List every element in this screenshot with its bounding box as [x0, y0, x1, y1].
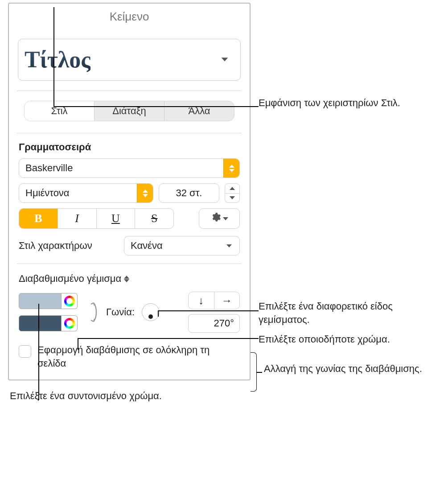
callout-coord-color: Επιλέξτε ένα συντονισμένο χρώμα. — [10, 389, 267, 403]
direction-down-button[interactable]: ↓ — [189, 292, 214, 309]
angle-dial[interactable] — [142, 303, 160, 321]
bold-button[interactable]: B — [19, 209, 58, 228]
character-style-select[interactable]: Κανένα — [124, 236, 240, 256]
updown-icon — [124, 276, 129, 282]
font-weight-value: Ημιέντονα — [19, 184, 137, 202]
apply-gradient-label: Εφαρμογή διαβάθμισης σε ολόκληρη τη σελί… — [37, 343, 240, 370]
angle-label: Γωνία: — [106, 306, 135, 318]
callout-style-tab: Εμφάνιση των χειριστηρίων Στιλ. — [259, 96, 400, 110]
font-size-field[interactable]: 32 στ. — [159, 183, 219, 203]
font-size-stepper[interactable] — [225, 183, 240, 203]
callouts: Εμφάνιση των χειριστηρίων Στιλ. Επιλέξτε… — [259, 3, 446, 5]
font-family-value: Baskerville — [19, 159, 223, 178]
text-format-group: B I U S — [19, 208, 174, 229]
gradient-color-2-swatch[interactable] — [19, 315, 62, 331]
paragraph-style-select[interactable]: Τίτλος — [18, 39, 241, 81]
text-inspector-panel: Κείμενο Τίτλος Στιλ Διάταξη Άλλα Γραμματ… — [8, 3, 251, 380]
stepper-up-icon[interactable] — [225, 184, 239, 194]
stepper-down-icon[interactable] — [225, 194, 239, 203]
tab-style[interactable]: Στιλ — [25, 101, 95, 121]
panel-title: Κείμενο — [9, 4, 250, 29]
gradient-color-1-swatch[interactable] — [19, 293, 62, 309]
color-wheel-2-button[interactable] — [62, 315, 78, 331]
swap-colors-button[interactable] — [84, 300, 100, 324]
direction-buttons: ↓ → — [188, 292, 240, 310]
callout-fill-type: Επιλέξτε ένα διαφορετικό είδος γεμίσματο… — [259, 300, 446, 326]
direction-right-button[interactable]: → — [214, 292, 240, 309]
character-style-label: Στιλ χαρακτήρων — [19, 240, 118, 252]
fill-type-select[interactable]: Διαβαθμισμένο γέμισμα — [19, 273, 240, 285]
fill-type-value: Διαβαθμισμένο γέμισμα — [19, 273, 121, 285]
tab-layout[interactable]: Διάταξη — [95, 101, 164, 121]
italic-button[interactable]: I — [58, 209, 97, 228]
advanced-options-button[interactable] — [199, 208, 240, 229]
gear-icon — [210, 212, 221, 225]
character-style-value: Κανένα — [131, 240, 163, 252]
paragraph-style-value: Τίτλος — [25, 46, 90, 73]
font-family-select[interactable]: Baskerville — [19, 158, 240, 178]
inspector-tabs: Στιλ Διάταξη Άλλα — [24, 101, 234, 121]
color-wheel-1-button[interactable] — [62, 293, 78, 309]
color-wheel-icon — [64, 296, 75, 306]
callout-any-color: Επιλέξτε οποιοδήποτε χρώμα. — [259, 333, 390, 346]
font-section-label: Γραμματοσειρά — [19, 141, 240, 153]
callout-angle: Αλλαγή της γωνίας της διαβάθμισης. — [264, 362, 422, 376]
underline-button[interactable]: U — [97, 209, 136, 228]
angle-value-field[interactable]: 270° — [188, 314, 240, 333]
color-wheel-icon — [64, 318, 75, 329]
tab-more[interactable]: Άλλα — [164, 101, 234, 121]
font-size-value: 32 στ. — [159, 184, 219, 202]
font-weight-select[interactable]: Ημιέντονα — [19, 183, 153, 203]
strike-button[interactable]: S — [135, 209, 173, 228]
chevron-down-icon — [219, 54, 230, 65]
apply-gradient-checkbox[interactable] — [19, 345, 31, 358]
